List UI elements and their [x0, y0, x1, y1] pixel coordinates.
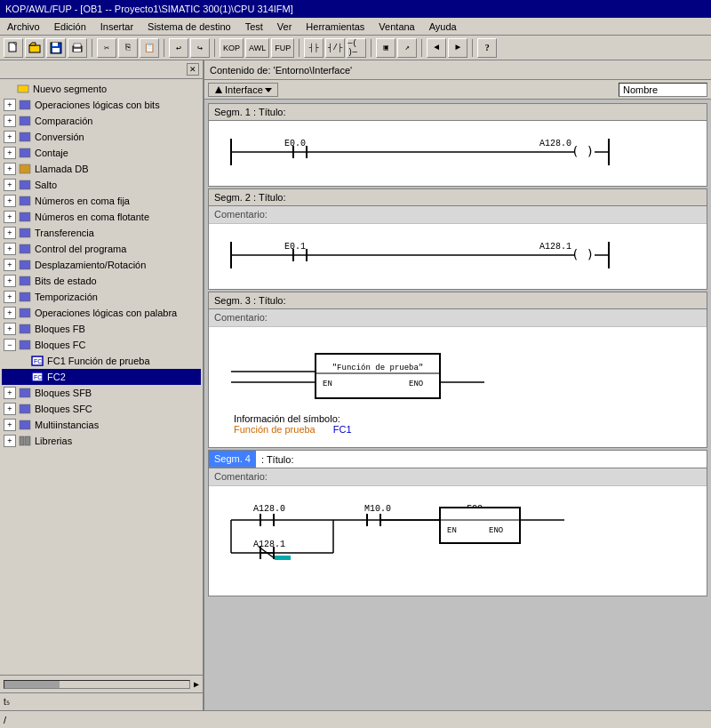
expand-icon-1[interactable]: +	[4, 99, 16, 111]
expand-icon-21[interactable]: +	[4, 419, 16, 431]
menu-insertar[interactable]: Insertar	[97, 20, 137, 33]
tree-item-4[interactable]: + Contaje	[2, 145, 201, 161]
tree-item-16[interactable]: − Bloques FC	[2, 337, 201, 353]
tree-item-14[interactable]: + Operaciones lógicas con palabra	[2, 305, 201, 321]
open-button[interactable]	[25, 38, 44, 58]
tree-item-22[interactable]: + Librerias	[2, 433, 201, 449]
menu-edicion[interactable]: Edición	[51, 20, 90, 33]
expand-icon-5[interactable]: +	[4, 163, 16, 175]
tree-item-12[interactable]: + Bits de estado	[2, 273, 201, 289]
nav-right[interactable]: ►	[448, 38, 467, 58]
tree-item-9[interactable]: + Transferencia	[2, 225, 201, 241]
tree-item-19[interactable]: + Bloques SFB	[2, 385, 201, 401]
contact-no[interactable]: ┤├	[304, 38, 324, 58]
interface-bar: Interface Nombre	[204, 80, 711, 100]
insert-box[interactable]: ▣	[376, 38, 395, 58]
expand-icon-15[interactable]: +	[4, 323, 16, 335]
svg-rect-22	[20, 260, 30, 269]
tree-item-2[interactable]: + Comparación	[2, 113, 201, 129]
tree-item-7[interactable]: + Números en coma fija	[2, 193, 201, 209]
tree-item-20[interactable]: + Bloques SFC	[2, 401, 201, 417]
kop-button[interactable]: KOP	[220, 38, 244, 58]
undo-button[interactable]: ↩	[169, 38, 188, 58]
expand-icon-10[interactable]: +	[4, 243, 16, 255]
save-button[interactable]	[46, 38, 66, 58]
expand-icon-12[interactable]: +	[4, 275, 16, 287]
tree-item-6[interactable]: + Salto	[2, 177, 201, 193]
close-left-panel[interactable]: ✕	[187, 63, 199, 76]
tree-label-4: Contaje	[35, 148, 68, 158]
tree-label-12: Bits de estado	[35, 276, 97, 286]
tree-item-5[interactable]: + Llamada DB	[2, 161, 201, 177]
expand-icon-22[interactable]: +	[4, 435, 16, 447]
diagram-area[interactable]: Segm. 1 : Título:E0.0A128.0( )Segm. 2 : …	[204, 100, 711, 710]
tree-item-18[interactable]: FC FC2	[2, 369, 201, 385]
menu-herramientas[interactable]: Herramientas	[302, 20, 368, 33]
new-button[interactable]	[4, 38, 23, 58]
menu-sistema[interactable]: Sistema de destino	[144, 20, 235, 33]
menu-test[interactable]: Test	[242, 20, 267, 33]
print-button[interactable]	[68, 38, 87, 58]
expand-icon-3[interactable]: +	[4, 131, 16, 143]
tree-item-15[interactable]: + Bloques FB	[2, 321, 201, 337]
tree-icon-16	[18, 338, 32, 352]
segment-header-2: Segm. 2 : Título:	[209, 189, 707, 206]
expand-icon-6[interactable]: +	[4, 179, 16, 191]
paste-button[interactable]: 📋	[140, 38, 159, 58]
tree-item-11[interactable]: + Desplazamiento/Rotación	[2, 257, 201, 273]
menu-archivo[interactable]: Archivo	[4, 20, 44, 33]
expand-icon-9[interactable]: +	[4, 227, 16, 239]
tree-item-8[interactable]: + Números en coma flotante	[2, 209, 201, 225]
svg-rect-35	[20, 436, 24, 445]
expand-icon-2[interactable]: +	[4, 115, 16, 127]
tree-item-10[interactable]: + Control del programa	[2, 241, 201, 257]
svg-rect-25	[20, 308, 30, 317]
tree-item-1[interactable]: + Operaciones lógicas con bits	[2, 97, 201, 113]
content-header: Contenido de: 'Entorno\Interface'	[204, 60, 711, 80]
left-panel-title: ✕	[0, 60, 203, 79]
contact-nc[interactable]: ┤/├	[325, 38, 345, 58]
info-fn: Función de prueba	[234, 424, 316, 435]
svg-text:ENO: ENO	[489, 526, 503, 535]
scroll-right-arrow[interactable]: ▶	[194, 679, 199, 690]
tree-item-21[interactable]: + Multiinstancias	[2, 417, 201, 433]
expand-icon-8[interactable]: +	[4, 211, 16, 223]
tree-area[interactable]: Nuevo segmento+ Operaciones lógicas con …	[0, 79, 203, 675]
insert-open[interactable]: ↗	[397, 38, 417, 58]
cut-button[interactable]: ✂	[97, 38, 116, 58]
svg-rect-11	[18, 85, 28, 92]
expand-icon-4[interactable]: +	[4, 147, 16, 159]
expand-icon-19[interactable]: +	[4, 387, 16, 399]
expand-icon-20[interactable]: +	[4, 403, 16, 415]
menu-ayuda[interactable]: Ayuda	[426, 20, 460, 33]
expand-icon-13[interactable]: +	[4, 291, 16, 303]
interface-button[interactable]: Interface	[208, 83, 278, 97]
help-btn[interactable]: ?	[477, 38, 497, 58]
svg-text:FC: FC	[34, 374, 42, 380]
toolbar-sep-6	[421, 39, 422, 57]
fup-button[interactable]: FUP	[271, 38, 294, 58]
tree-item-17[interactable]: FC FC1 Función de prueba	[2, 353, 201, 369]
expand-icon-14[interactable]: +	[4, 307, 16, 319]
svg-text:( ): ( )	[571, 144, 594, 158]
awl-button[interactable]: AWL	[245, 38, 269, 58]
tree-item-0[interactable]: Nuevo segmento	[2, 81, 201, 97]
tree-item-3[interactable]: + Conversión	[2, 129, 201, 145]
expand-icon-16[interactable]: −	[4, 339, 16, 351]
coil-btn[interactable]: ─( )─	[347, 38, 366, 58]
interface-btn-label: Interface	[225, 84, 263, 95]
copy-button[interactable]: ⎘	[118, 38, 138, 58]
expand-icon-7[interactable]: +	[4, 195, 16, 207]
svg-rect-26	[20, 324, 30, 333]
svg-text:EN: EN	[447, 526, 457, 535]
nav-left[interactable]: ◄	[427, 38, 446, 58]
expand-icon-11[interactable]: +	[4, 259, 16, 271]
svg-rect-16	[20, 164, 30, 173]
menu-ventana[interactable]: Ventana	[375, 20, 418, 33]
redo-button[interactable]: ↪	[190, 38, 210, 58]
parallel-svg-4: A128.0M10.0FC2ENENOA128.1	[227, 495, 689, 584]
tree-item-13[interactable]: + Temporización	[2, 289, 201, 305]
toolbar-sep-3	[214, 39, 215, 57]
menu-ver[interactable]: Ver	[274, 20, 296, 33]
tree-label-6: Salto	[35, 180, 57, 190]
